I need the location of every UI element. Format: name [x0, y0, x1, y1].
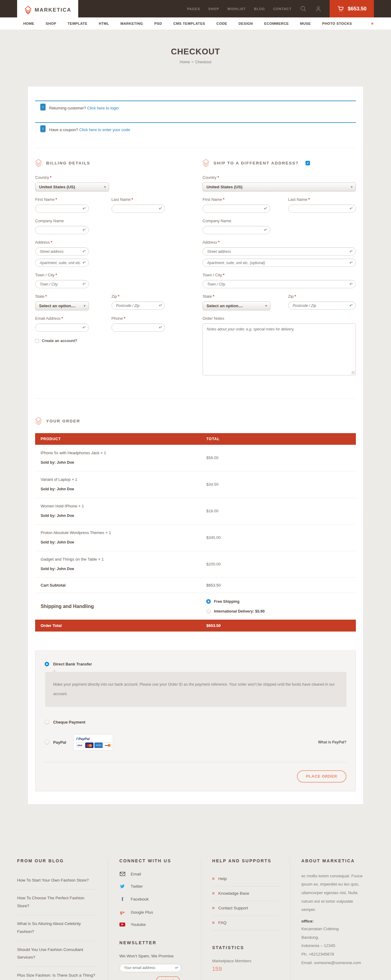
billing-company-input[interactable] [35, 226, 89, 234]
social-link-google-plus[interactable]: g+ Google Plus [119, 910, 190, 915]
select-arrow-icon: ▾ [84, 304, 86, 308]
check-icon: ✓ [307, 161, 309, 165]
billing-zip-field: Zip* ➳ [111, 294, 165, 310]
resize-handle-icon[interactable] [351, 371, 354, 374]
create-account-checkbox[interactable]: Create an account? [35, 339, 165, 343]
blog-link[interactable]: What is So Alluring About Celebrity Fash… [17, 915, 97, 941]
help-link[interactable]: Help [212, 872, 279, 886]
shipping-zip-field: Zip* ➳ [288, 294, 356, 310]
blog-link[interactable]: Plus Size Fashion: Is There Such a Thing… [17, 967, 97, 980]
billing-phone-input[interactable] [111, 323, 165, 332]
top-nav-blog[interactable]: BLOG [254, 7, 265, 11]
radio-icon [206, 609, 211, 614]
shipping-option-free[interactable]: Free Shipping [206, 599, 350, 604]
shipping-state-select[interactable]: Select an option.... ▾ [202, 301, 270, 310]
your-order-heading-label: YOUR ORDER [46, 419, 80, 423]
shipping-option-international[interactable]: International Delivery: $5.90 [206, 609, 350, 614]
order-notes-textarea[interactable] [202, 323, 356, 375]
blog-link[interactable]: How To Start Your Own Fashion Store? [17, 872, 97, 890]
login-link[interactable]: Click here to login [87, 106, 119, 110]
breadcrumb-home-link[interactable]: Home [180, 60, 190, 64]
social-link-facebook[interactable]: f Facebook [119, 896, 190, 902]
billing-apartment-input[interactable] [35, 259, 89, 267]
search-icon[interactable] [300, 5, 307, 12]
menu-item-html[interactable]: HTML [99, 22, 109, 25]
breadcrumb-current: Checkout [195, 60, 211, 64]
menu-item-ecommerce[interactable]: ECOMMERCE [264, 22, 289, 25]
menu-expand-icon[interactable]: » [370, 22, 375, 25]
top-nav-contact[interactable]: CONTACT [273, 7, 292, 11]
menu-item-marketing[interactable]: MARKETING [120, 22, 143, 25]
billing-zip-input[interactable] [111, 301, 165, 310]
shipping-address-field: Address* ➳ ➳ [202, 240, 356, 267]
social-link-twitter[interactable]: Twitter [119, 884, 190, 889]
column-total: TOTAL [206, 437, 350, 441]
top-header: MARKETICA PAGES SHOP WISHLIST BLOG CONTA… [0, 0, 391, 18]
select-arrow-icon: ▾ [104, 185, 106, 189]
help-link[interactable]: FAQ [212, 916, 279, 931]
billing-country-select[interactable]: United States (US) ▾ [35, 183, 109, 191]
shipping-heading: SHIP TO A DIFFERENT ADDRESS? ✓ [202, 159, 356, 167]
payment-method-paypal[interactable]: PayPal PPayPal VISA What is PayPal? [45, 734, 346, 751]
shipping-zip-input[interactable] [288, 301, 356, 310]
menu-item-cms-templates[interactable]: CMS TEMPLATES [173, 22, 205, 25]
menu-item-design[interactable]: DESIGN [238, 22, 253, 25]
newsletter-email-input[interactable] [119, 964, 181, 972]
payment-method-cheque[interactable]: Cheque Payment [45, 720, 346, 724]
menu-item-psd[interactable]: PSD [154, 22, 162, 25]
bullet-icon [212, 878, 215, 880]
product-vendor: Sold by: John Doe [41, 540, 206, 544]
ship-different-checkbox[interactable]: ✓ [305, 161, 310, 165]
user-account-icon[interactable] [315, 5, 322, 12]
brand-logo[interactable]: MARKETICA [17, 0, 78, 20]
shipping-label: Shipping and Handling [41, 604, 206, 609]
top-nav-wishlist[interactable]: WISHLIST [227, 7, 246, 11]
shipping-first-name-input[interactable] [202, 205, 270, 213]
field-label: First Name* [35, 197, 89, 202]
order-item-row: Gadget and Things on the Table × 1Sold b… [35, 551, 356, 578]
shipping-company-input[interactable] [202, 226, 270, 234]
place-order-button[interactable]: PLACE ORDER [297, 770, 346, 783]
billing-state-select[interactable]: Select an option.... ▾ [35, 301, 89, 310]
field-label: State* [202, 294, 270, 299]
help-link[interactable]: Knowladge Base [212, 886, 279, 901]
coupon-link[interactable]: Click here to enter your code [79, 127, 130, 132]
payment-method-bank-transfer[interactable]: Direct Bank Transfer [45, 662, 346, 667]
blog-heading: FROM OUR BLOG [17, 858, 97, 863]
billing-street-input[interactable] [35, 247, 89, 256]
help-link[interactable]: Contact Support [212, 901, 279, 916]
connect-heading: CONNECT WITH US [119, 858, 190, 863]
billing-email-input[interactable] [35, 323, 89, 332]
menu-item-code[interactable]: CODE [216, 22, 227, 25]
paypal-cards-image: PPayPal VISA [73, 734, 113, 751]
menu-item-shop[interactable]: SHOP [46, 22, 57, 25]
bullet-icon [212, 892, 215, 894]
shipping-town-input[interactable] [202, 280, 356, 288]
menu-item-muse[interactable]: MUSE [300, 22, 311, 25]
what-is-paypal-link[interactable]: What is PayPal? [318, 740, 346, 745]
blog-link[interactable]: How To Choose The Perfect Fashion Store? [17, 889, 97, 915]
address-line: Kecamatan Coblong [302, 925, 363, 933]
billing-last-name-input[interactable] [111, 205, 165, 213]
billing-town-input[interactable] [35, 280, 89, 288]
menu-item-template[interactable]: TEMPLATE [67, 22, 87, 25]
top-nav-pages[interactable]: PAGES [187, 7, 200, 11]
cart-button[interactable]: $653.50 [330, 0, 374, 18]
product-total: $345.00 [206, 535, 350, 540]
menu-item-photo-stocks[interactable]: PHOTO STOCKS [322, 22, 352, 25]
shipping-company-field: Company Name ➳ [202, 218, 270, 234]
shipping-street-input[interactable] [202, 247, 356, 256]
shipping-apartment-input[interactable] [202, 259, 356, 267]
social-link-email[interactable]: Email [119, 872, 190, 877]
blog-link[interactable]: Should You Use Fashion Consultant Servic… [17, 941, 97, 967]
address-line: Email. someone@someone.com [302, 959, 363, 967]
newsletter-signup-button[interactable]: SIGN UP [156, 976, 180, 980]
top-nav-shop[interactable]: SHOP [208, 7, 219, 11]
shipping-country-select[interactable]: United States (US) ▾ [202, 183, 356, 191]
billing-first-name-input[interactable] [35, 205, 89, 213]
shipping-section: SHIP TO A DIFFERENT ADDRESS? ✓ Country* … [202, 150, 356, 382]
menu-item-home[interactable]: HOME [23, 22, 35, 25]
login-notice-text: Returning customer? [49, 106, 86, 110]
shipping-last-name-input[interactable] [288, 205, 356, 213]
social-link-youtube[interactable]: Youtube [119, 922, 190, 927]
